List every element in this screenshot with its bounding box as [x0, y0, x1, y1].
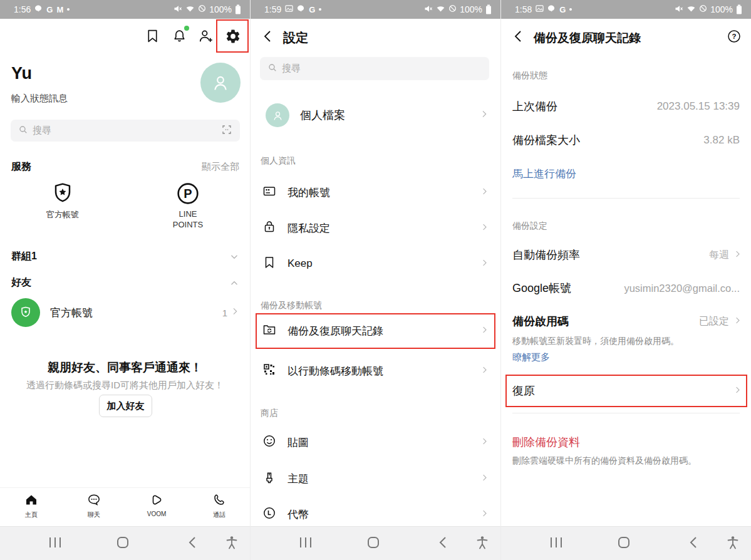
delete-backup-link[interactable]: 刪除備份資料: [512, 435, 580, 450]
backup-pin-row[interactable]: 備份啟用碼 已設定: [512, 313, 742, 329]
row-label: 代幣: [287, 507, 309, 522]
settings-row-coins[interactable]: 代幣: [262, 505, 489, 524]
recents-button-icon[interactable]: [299, 537, 313, 551]
services-header: 服務: [11, 160, 31, 174]
clock-text: 1:56: [14, 4, 31, 14]
google-account-label: Google帳號: [512, 281, 571, 296]
tab-chats[interactable]: 聊天: [71, 492, 117, 519]
row-label: Keep: [287, 257, 313, 270]
home-button-icon[interactable]: [117, 536, 129, 551]
row-label: 貼圖: [287, 435, 309, 450]
profile-name[interactable]: Yu: [11, 64, 32, 83]
chevron-right-icon: [480, 437, 489, 449]
google-notification-icon: G: [46, 6, 53, 14]
service-official-account[interactable]: 官方帳號: [25, 180, 100, 220]
settings-row-stickers[interactable]: 貼圖: [262, 433, 489, 452]
settings-row-my-account[interactable]: 我的帳號: [262, 183, 489, 202]
tab-home[interactable]: 主頁: [9, 492, 54, 519]
back-icon[interactable]: [511, 29, 526, 46]
status-bar: 1:59 G 100%: [251, 0, 500, 19]
add-friend-icon[interactable]: [198, 28, 214, 47]
accessibility-button-icon[interactable]: [225, 536, 238, 552]
bell-icon[interactable]: [172, 28, 187, 46]
service-line-points[interactable]: P LINE POINTS: [150, 181, 225, 230]
search-input[interactable]: 搜尋: [260, 57, 489, 80]
search-placeholder: 搜尋: [282, 63, 301, 75]
bookmark-icon[interactable]: [145, 28, 160, 46]
backup-size-value: 3.82 kB: [703, 134, 740, 147]
avatar: [266, 103, 289, 127]
block-icon: [699, 4, 707, 14]
points-p-icon: P: [175, 181, 200, 206]
highlight-box-restore: [505, 375, 747, 407]
search-input[interactable]: 搜尋: [11, 120, 240, 142]
profile-row[interactable]: 個人檔案: [266, 101, 489, 129]
chevron-up-icon[interactable]: [229, 277, 240, 291]
backup-now-link[interactable]: 馬上進行備份: [512, 167, 576, 181]
row-label: 以行動條碼移動帳號: [287, 364, 383, 378]
status-message[interactable]: 輸入狀態訊息: [11, 93, 68, 105]
google-account-row[interactable]: Google帳號 yusimin2320@gmail.co...: [512, 280, 740, 296]
row-label: 主題: [287, 472, 309, 486]
search-placeholder: 搜尋: [33, 125, 51, 137]
recents-button-icon[interactable]: [549, 537, 563, 551]
line-notification-icon: [297, 4, 305, 14]
back-button-icon[interactable]: [689, 536, 698, 551]
friend-row[interactable]: 官方帳號 1: [11, 298, 240, 327]
voom-icon: [149, 492, 164, 507]
tab-voom[interactable]: VOOM: [134, 492, 179, 517]
service-label: POINTS: [150, 219, 225, 230]
qr-code-icon: [262, 362, 277, 380]
mute-icon: [424, 4, 433, 15]
wifi-icon: [686, 4, 696, 14]
avatar[interactable]: [200, 63, 241, 103]
chevron-down-icon[interactable]: [229, 251, 240, 265]
chevron-right-icon: [480, 473, 489, 485]
add-friend-button[interactable]: 加入好友: [99, 395, 152, 417]
back-icon[interactable]: [261, 29, 276, 46]
bookmark-icon: [262, 255, 277, 272]
groups-header[interactable]: 群組1: [11, 250, 37, 263]
wifi-icon: [436, 4, 445, 14]
tab-calls[interactable]: 通話: [197, 492, 242, 519]
settings-row-privacy[interactable]: 隱私設定: [262, 219, 489, 237]
smiley-icon: [262, 433, 277, 451]
settings-row-themes[interactable]: 主題: [262, 469, 489, 488]
battery-icon: [485, 4, 492, 14]
accessibility-button-icon[interactable]: [476, 536, 489, 552]
promo-subtitle: 透過行動條碼或搜尋ID可將其他用戶加入好友！: [0, 380, 250, 391]
qr-scan-icon[interactable]: [221, 124, 232, 137]
last-backup-value: 2023.05.15 13:39: [657, 100, 740, 113]
settings-row-keep[interactable]: Keep: [262, 254, 489, 273]
recents-button-icon[interactable]: [48, 537, 62, 551]
shield-star-icon: [50, 180, 75, 207]
svg-text:?: ?: [732, 33, 736, 40]
friend-count: 1: [222, 308, 227, 318]
help-icon[interactable]: ?: [727, 29, 742, 46]
home-button-icon[interactable]: [367, 536, 380, 551]
back-button-icon[interactable]: [188, 536, 197, 551]
notification-dot: [184, 26, 189, 31]
wifi-icon: [185, 4, 195, 14]
battery-icon: [736, 4, 742, 14]
row-label: 我的帳號: [287, 185, 330, 200]
friends-header[interactable]: 好友: [11, 276, 31, 289]
show-all-link[interactable]: 顯示全部: [202, 161, 239, 173]
panel-settings: 1:59 G 100% 設定 搜尋 個人檔案 個人資訊 我的帳號: [251, 0, 501, 560]
home-button-icon[interactable]: [618, 536, 630, 551]
clock-text: 1:59: [264, 4, 281, 14]
accessibility-button-icon[interactable]: [727, 536, 739, 552]
status-bar: 1:58 G 100%: [501, 0, 751, 19]
google-notification-icon: G: [309, 6, 315, 14]
learn-more-link[interactable]: 瞭解更多: [512, 351, 550, 363]
settings-row-move-account[interactable]: 以行動條碼移動帳號: [262, 361, 489, 380]
backup-pin-desc: 移動帳號至新裝置時，須使用備份啟用碼。: [512, 336, 679, 347]
freq-value: 每週: [709, 249, 729, 262]
service-label: 官方帳號: [25, 209, 100, 220]
service-label: LINE: [150, 209, 225, 219]
back-button-icon[interactable]: [438, 536, 447, 551]
app-bottom-nav: 主頁 聊天 VOOM 通話: [0, 487, 250, 526]
svg-text:P: P: [184, 187, 192, 200]
auto-backup-frequency-row[interactable]: 自動備份頻率 每週: [512, 247, 742, 263]
status-bar: 1:56 G M 100%: [0, 0, 250, 19]
